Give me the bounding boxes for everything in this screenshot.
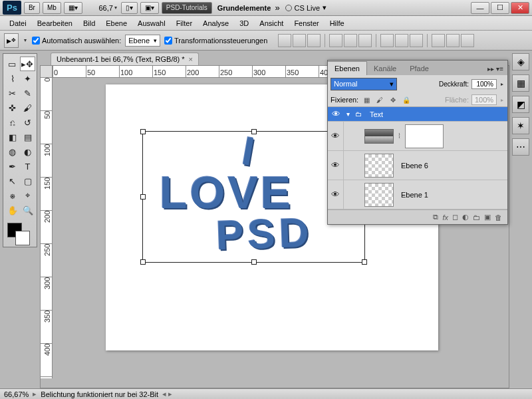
menu-3d[interactable]: 3D <box>234 17 254 29</box>
align-btn[interactable] <box>329 34 342 47</box>
menu-analyse[interactable]: Analyse <box>198 17 234 29</box>
layer-thumb[interactable] <box>364 183 394 207</box>
type-tool[interactable]: T <box>20 159 35 174</box>
brush-tool[interactable]: 🖌 <box>20 100 35 115</box>
align-btn[interactable] <box>293 34 306 47</box>
workspace-button[interactable]: PSD-Tutorials <box>162 2 212 14</box>
stamp-tool[interactable]: ⎌ <box>5 115 20 130</box>
fill-arrow-icon[interactable]: ▸ <box>501 97 503 103</box>
lock-all-icon[interactable]: 🔒 <box>401 94 412 105</box>
handle-ml[interactable] <box>140 194 146 200</box>
adjustment-icon[interactable]: ◐ <box>462 213 469 221</box>
handle-tl[interactable] <box>140 129 146 134</box>
trash-icon[interactable]: 🗑 <box>495 213 502 221</box>
hand-tool[interactable]: ✋ <box>5 203 20 217</box>
screenmode-button[interactable]: ▣▾ <box>140 2 159 14</box>
view-extras-button[interactable]: ▦▾ <box>64 2 82 14</box>
tool-preset-icon[interactable]: ▾ <box>24 37 27 43</box>
align-btn[interactable] <box>344 34 357 47</box>
3d-tool[interactable]: ⎈ <box>5 188 20 203</box>
3d-camera-tool[interactable]: ⌖ <box>20 188 35 203</box>
lasso-tool[interactable]: ⌇ <box>5 71 20 86</box>
handle-bm[interactable] <box>251 259 257 265</box>
opacity-arrow-icon[interactable]: ▸ <box>501 81 503 87</box>
cs-live[interactable]: CS Live▾ <box>285 3 327 12</box>
layer-ebene1[interactable]: 👁 Ebene 1 <box>328 180 507 209</box>
tab-close-icon[interactable]: × <box>189 55 193 63</box>
menu-auswahl[interactable]: Auswahl <box>132 17 171 29</box>
visibility-icon[interactable]: 👁 <box>328 151 344 180</box>
align-btn[interactable] <box>358 34 372 47</box>
dist-btn[interactable] <box>432 34 445 47</box>
layer-name[interactable]: Ebene 6 <box>396 162 428 170</box>
layer-folder-text[interactable]: 👁 ▾ 🗀 Text <box>328 107 507 122</box>
tab-pfade[interactable]: Pfade <box>403 62 436 75</box>
dist-btn[interactable] <box>410 34 423 47</box>
layer-name[interactable]: Text <box>364 110 383 118</box>
align-btn[interactable] <box>307 34 321 47</box>
menu-bearbeiten[interactable]: Bearbeiten <box>32 17 78 29</box>
menu-ebene[interactable]: Ebene <box>100 17 132 29</box>
shape-tool[interactable]: ▢ <box>20 174 35 188</box>
new-layer-icon[interactable]: ▣ <box>484 213 491 221</box>
dock-tools-icon[interactable]: ✶ <box>512 117 529 134</box>
align-btn[interactable] <box>278 34 291 47</box>
lock-move-icon[interactable]: ✥ <box>388 94 398 105</box>
menu-fenster[interactable]: Fenster <box>289 17 324 29</box>
zoom-tool[interactable]: 🔍 <box>20 203 35 217</box>
bridge-button[interactable]: Br <box>24 2 40 14</box>
layer-mask-thumb[interactable] <box>405 124 444 148</box>
pen-tool[interactable]: ✒ <box>5 159 20 174</box>
dist-btn[interactable] <box>395 34 408 47</box>
dist-btn[interactable] <box>461 34 474 47</box>
auto-select-checkbox[interactable]: Automatisch auswählen: <box>32 37 121 45</box>
arrange-button[interactable]: ▯▾ <box>121 2 138 14</box>
chevron-right-icon[interactable]: » <box>275 3 279 13</box>
layers-panel[interactable]: Ebenen Kanäle Pfade ▸▸ ▾≡ Normal Deckkra… <box>327 60 508 225</box>
blur-tool[interactable]: ◍ <box>5 144 20 159</box>
path-tool[interactable]: ↖ <box>5 174 20 188</box>
menu-bild[interactable]: Bild <box>78 17 100 29</box>
dist-btn[interactable] <box>446 34 460 47</box>
visibility-icon[interactable]: 👁 <box>328 180 344 209</box>
handle-bl[interactable] <box>140 259 146 265</box>
transform-checkbox[interactable]: Transformationssteuerungen <box>164 37 267 45</box>
opacity-input[interactable]: 100% <box>471 79 497 89</box>
move-tool-icon[interactable]: ▸✥ <box>4 33 19 48</box>
move-tool[interactable]: ▸✥ <box>20 57 35 71</box>
maximize-button[interactable]: ☐ <box>491 2 509 14</box>
gradient-tool[interactable]: ▤ <box>20 130 35 144</box>
menu-datei[interactable]: Datei <box>4 17 32 29</box>
lock-transparency-icon[interactable]: ▦ <box>361 94 372 105</box>
color-swatches[interactable] <box>5 221 35 244</box>
panel-menu-icon[interactable]: ▸▸ ▾≡ <box>483 63 507 75</box>
layer-name[interactable]: Ebene 1 <box>396 191 428 199</box>
layer-thumb-gradient[interactable] <box>364 129 394 144</box>
link-icon[interactable]: 𝄔 <box>398 132 400 140</box>
close-button[interactable]: ✕ <box>511 2 529 14</box>
group-icon[interactable]: 🗀 <box>473 213 480 221</box>
tab-kanaele[interactable]: Kanäle <box>367 62 403 75</box>
eraser-tool[interactable]: ◧ <box>5 130 20 144</box>
eyedropper-tool[interactable]: ✎ <box>20 86 35 100</box>
background-color[interactable] <box>15 231 30 245</box>
ruler-vertical[interactable]: 050100150200250300350400 <box>41 78 53 378</box>
marquee-tool[interactable]: ▭ <box>5 57 20 71</box>
wand-tool[interactable]: ✦ <box>20 71 35 86</box>
visibility-icon[interactable]: 👁 <box>328 107 344 121</box>
lock-paint-icon[interactable]: 🖌 <box>374 94 385 105</box>
title-zoom[interactable]: 66,7 <box>86 4 113 12</box>
tab-ebenen[interactable]: Ebenen <box>328 61 367 75</box>
menu-filter[interactable]: Filter <box>171 17 198 29</box>
dock-layers-icon[interactable]: ◈ <box>512 53 529 70</box>
fx-icon[interactable]: fx <box>442 213 448 221</box>
crop-tool[interactable]: ✂ <box>5 86 20 100</box>
menu-ansicht[interactable]: Ansicht <box>254 17 289 29</box>
dock-extra-icon[interactable]: ⋯ <box>512 138 529 156</box>
link-layers-icon[interactable]: ⧉ <box>433 213 438 221</box>
mask-icon[interactable]: ◻ <box>452 213 458 221</box>
auto-select-dropdown[interactable]: Ebene <box>125 35 160 47</box>
visibility-icon[interactable]: 👁 <box>328 122 344 150</box>
history-brush-tool[interactable]: ↺ <box>20 115 35 130</box>
handle-br[interactable] <box>362 259 367 265</box>
